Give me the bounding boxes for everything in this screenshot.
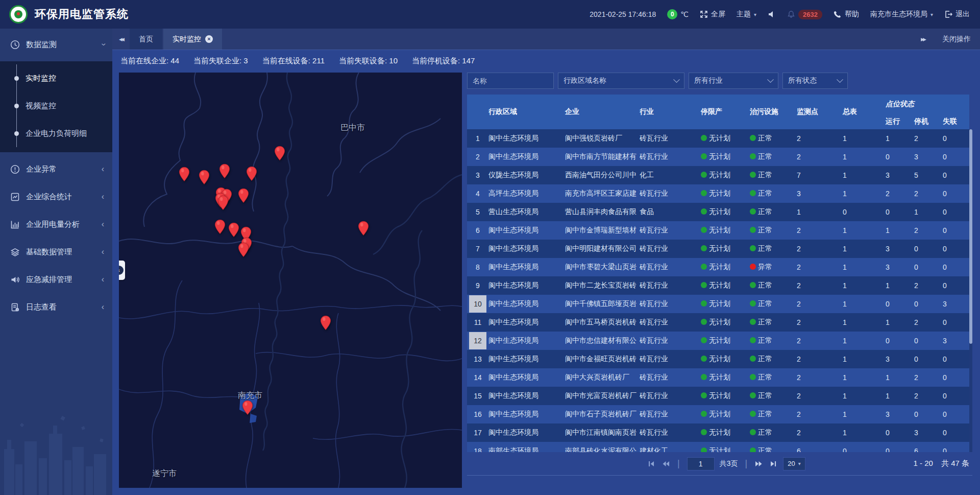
first-page-button[interactable]: [647, 460, 656, 468]
last-page-button[interactable]: [769, 460, 778, 468]
table-cell: 2: [797, 332, 843, 350]
sidebar-item-1[interactable]: 数据监测‹: [0, 34, 112, 55]
table-cell: 砖瓦行业: [640, 368, 701, 387]
status-filter-select[interactable]: 所有状态: [782, 73, 848, 89]
submenu-dot-icon: [14, 104, 19, 108]
table-cell: 1: [843, 423, 886, 442]
table-cell: 1: [843, 129, 886, 148]
map-pin-icon[interactable]: [358, 221, 369, 236]
table-row[interactable]: 15阆中生态环境局阆中市光富页岩机砖厂砖瓦行业无计划正常21120: [467, 387, 969, 405]
status-dot-icon: [701, 245, 707, 251]
prev-page-button[interactable]: [661, 460, 670, 468]
table-row[interactable]: 14阆中生态环境局阆中大兴页岩机砖厂砖瓦行业无计划正常21120: [467, 368, 969, 387]
org-dropdown[interactable]: 南充市生态环境局▾: [870, 10, 933, 19]
tab-实时监控[interactable]: 实时监控×: [163, 29, 222, 50]
status-dot-icon: [701, 392, 707, 398]
sidebar-subitem-视频监控[interactable]: 视频监控: [0, 92, 112, 120]
table-cell: 1: [843, 240, 886, 258]
industry-filter-select[interactable]: 所有行业: [689, 73, 778, 89]
status-dot-icon: [701, 337, 707, 343]
col-industry: 行业: [640, 95, 701, 129]
sidebar-item-6[interactable]: 应急减排管理‹: [0, 269, 112, 290]
table-cell: 1: [843, 387, 886, 405]
table-row[interactable]: 10阆中生态环境局阆中千佛镇五郎垭页岩砖瓦行业无计划正常21003: [467, 295, 969, 313]
region-filter-select[interactable]: 行政区域名称: [558, 73, 684, 89]
tab-close-icon[interactable]: ×: [205, 35, 213, 43]
table-row[interactable]: 8阆中生态环境局阆中市枣碧大梁山页岩砖瓦行业无计划异常21300: [467, 258, 969, 276]
enterprise-table-panel: 行政区域名称 所有行业 所有状态: [467, 73, 972, 488]
map-pin-icon[interactable]: [199, 170, 210, 185]
table-cell: 高坪生态环境局: [488, 184, 565, 203]
map-pin-icon[interactable]: [219, 163, 230, 179]
table-row[interactable]: 5营山生态环境局营山县润丰肉食品有限食品无计划正常10010: [467, 203, 969, 221]
table-row[interactable]: 9阆中生态环境局阆中市二龙长宝页岩砖砖瓦行业无计划正常21120: [467, 276, 969, 295]
close-operations-button[interactable]: 关闭操作: [942, 35, 971, 44]
status-dot-icon: [750, 356, 756, 362]
tabs-scroll-right-button[interactable]: ◀◀: [916, 37, 933, 42]
map-pin-icon[interactable]: [238, 242, 249, 257]
total-pages-label: 共3页: [720, 459, 738, 468]
table-row[interactable]: 4高坪生态环境局南充市高坪区王家店建砖瓦行业无计划正常31220: [467, 184, 969, 203]
table-row[interactable]: 7阆中生态环境局阆中明阳建材有限公司砖瓦行业无计划正常21300: [467, 240, 969, 258]
notifications-button[interactable]: 2632: [787, 10, 822, 19]
map-pin-icon[interactable]: [228, 222, 239, 238]
sidebar-subitem-label: 企业电力负荷明细: [26, 129, 87, 138]
map-pin-icon[interactable]: [214, 219, 226, 234]
table-row[interactable]: 16阆中生态环境局阆中市石子页岩机砖厂砖瓦行业无计划正常21300: [467, 405, 969, 423]
table-cell: 食品: [640, 203, 701, 221]
table-cell: 正常: [750, 405, 797, 423]
col-region: 行政区域: [488, 95, 565, 129]
table-cell: 0: [943, 221, 969, 240]
next-page-button[interactable]: [754, 460, 764, 468]
table-cell: 0: [914, 258, 943, 276]
map-pin-icon[interactable]: [179, 167, 190, 182]
table-cell: 阆中生态环境局: [488, 276, 565, 295]
table-cell: 1: [467, 129, 488, 148]
table-row[interactable]: 11阆中生态环境局阆中市五马桥页岩机砖砖瓦行业无计划正常21120: [467, 313, 969, 332]
map-pin-icon[interactable]: [238, 188, 249, 203]
status-dot-icon: [701, 282, 707, 288]
map-pin-icon[interactable]: [242, 400, 253, 415]
table-row[interactable]: 3仪陇生态环境局西南油气田分公司川中化工无计划正常71350: [467, 166, 969, 184]
map-pin-icon[interactable]: [246, 166, 257, 181]
sidebar-item-4[interactable]: 企业用电量分析‹: [0, 214, 112, 235]
tab-首页[interactable]: 首页: [130, 29, 162, 50]
help-button[interactable]: 帮助: [834, 10, 859, 19]
sidebar-item-3[interactable]: 企业综合统计‹: [0, 186, 112, 207]
map-pin-icon[interactable]: [320, 315, 331, 331]
table-row[interactable]: 12阆中生态环境局阆中市忠信建材有限公砖瓦行业无计划正常21003: [467, 332, 969, 350]
fullscreen-button[interactable]: 全屏: [700, 10, 725, 19]
table-cell: 0: [943, 313, 969, 332]
table-row[interactable]: 6阆中生态环境局阆中市金博瑞新型墙材砖瓦行业无计划正常21120: [467, 221, 969, 240]
sidebar-subitem-实时监控[interactable]: 实时监控: [0, 64, 112, 92]
table-cell: 0: [943, 184, 969, 203]
pagination-bar: | 共3页 | 20▾: [467, 452, 972, 476]
table-cell: 0: [943, 129, 969, 148]
table-row[interactable]: 18南部生态环境局南部县砖化水泥有限公建材化工无计划正常60060: [467, 442, 969, 452]
table-row[interactable]: 1阆中生态环境局阆中强锐页岩砖厂砖瓦行业无计划正常21120: [467, 129, 969, 148]
submenu-dot-icon: [14, 76, 19, 81]
table-row[interactable]: 17阆中生态环境局阆中市江南镇阆南页岩砖瓦行业无计划正常21030: [467, 423, 969, 442]
sidebar-item-5[interactable]: 基础数据管理‹: [0, 241, 112, 263]
map-canvas[interactable]: 巴中市南充市遂宁市 ‹: [119, 73, 462, 488]
mute-button[interactable]: [768, 10, 776, 18]
tabs-scroll-left-button[interactable]: ◀◀: [112, 29, 130, 50]
map-pin-icon[interactable]: [274, 146, 285, 161]
sidebar-item-7[interactable]: 日志查看‹: [0, 296, 112, 318]
table-cell: 0: [943, 442, 969, 452]
sidebar-subitem-企业电力负荷明细[interactable]: 企业电力负荷明细: [0, 120, 112, 147]
table-row[interactable]: 13阆中生态环境局阆中市金福旺页岩机砖砖瓦行业无计划正常21300: [467, 350, 969, 368]
table-cell: 0: [914, 405, 943, 423]
sidebar-collapse-handle[interactable]: ‹: [119, 261, 125, 280]
table-scrollbar-thumb[interactable]: [969, 129, 972, 344]
name-filter-input[interactable]: [473, 77, 548, 85]
sidebar-item-2[interactable]: 企业异常‹: [0, 158, 112, 180]
table-row[interactable]: 2阆中生态环境局阆中市南方节能建材有砖瓦行业无计划正常21030: [467, 148, 969, 166]
theme-dropdown[interactable]: 主题▾: [737, 10, 756, 19]
logout-button[interactable]: 退出: [944, 10, 970, 19]
table-cell: 2: [797, 295, 843, 313]
table-cell: 4: [467, 184, 488, 203]
page-number-input[interactable]: [687, 457, 715, 470]
page-size-select[interactable]: 20▾: [783, 457, 805, 470]
map-pin-icon[interactable]: [217, 195, 229, 210]
